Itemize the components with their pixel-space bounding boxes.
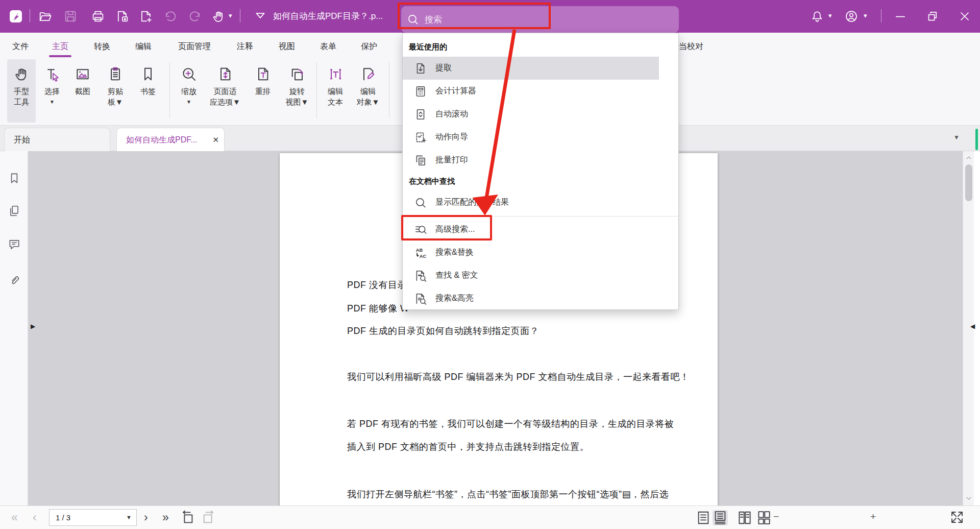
menu-item-label: 批量打印: [435, 155, 468, 165]
active-tab-underline: [49, 55, 71, 57]
menu-item-extract[interactable]: 提取: [403, 57, 659, 80]
minimize-window-icon[interactable]: [893, 9, 908, 23]
continuous-view-icon[interactable]: [713, 510, 728, 525]
tab-view[interactable]: 视图: [279, 39, 295, 54]
scroll-up-icon[interactable]: [965, 154, 973, 162]
search-dropdown-menu: 最近使用的 提取 会计计算器 自动滚动 动作向导: [402, 33, 679, 310]
tab-list-dropdown-icon[interactable]: ▼: [953, 134, 960, 141]
page-fit-options-button[interactable]: 页面适 应选项▼: [207, 59, 243, 123]
next-page-icon[interactable]: ›: [144, 509, 148, 525]
document-text-line: 插入到 PDF 文档的首页中，并支持点击跳转到指定位置。: [347, 441, 589, 453]
foxit-logo-icon[interactable]: [9, 10, 22, 23]
menu-item-action-wizard[interactable]: 动作向导: [403, 126, 678, 149]
redo-icon[interactable]: [188, 9, 202, 23]
comments-panel-icon[interactable]: [8, 238, 21, 251]
tab-home[interactable]: 主页: [52, 39, 68, 54]
expand-left-panel-icon[interactable]: ▶: [31, 323, 35, 330]
notifications-caret-icon[interactable]: ▾: [828, 12, 832, 19]
close-tab-icon[interactable]: ✕: [212, 128, 219, 152]
menu-item-label: 会计计算器: [435, 86, 476, 97]
collapse-right-panel-icon[interactable]: ◀: [970, 323, 975, 330]
pages-panel-icon[interactable]: [8, 204, 21, 218]
bookmark-button[interactable]: 书签: [134, 59, 162, 123]
facing-continuous-view-icon[interactable]: [756, 510, 772, 525]
tool-caret: ▼: [186, 97, 191, 107]
tool-label: 板▼: [108, 97, 123, 107]
restore-window-icon[interactable]: [925, 9, 939, 23]
select-tool-button[interactable]: 选择 ▼: [39, 59, 65, 123]
new-document-icon[interactable]: [139, 9, 153, 23]
single-page-view-icon[interactable]: [696, 510, 711, 525]
zoom-tool-button[interactable]: 缩放 ▼: [175, 59, 203, 123]
menu-item-auto-scroll[interactable]: 自动滚动: [403, 103, 678, 126]
hand-tool-icon: [13, 62, 30, 86]
menu-item-batch-print[interactable]: 批量打印: [403, 149, 678, 172]
tab-file[interactable]: 文件: [12, 39, 29, 54]
bookmarks-panel-icon[interactable]: [8, 172, 21, 185]
account-icon[interactable]: [844, 9, 859, 23]
edit-object-button[interactable]: 编辑 对象▼: [352, 59, 384, 123]
tab-active-document[interactable]: 如何自动生成PDF... ✕: [116, 128, 225, 151]
menu-item-find-redact[interactable]: 查找 & 密文: [403, 264, 678, 287]
undo-icon[interactable]: [163, 9, 178, 23]
next-view-icon[interactable]: [201, 510, 216, 525]
tool-label: 对象▼: [357, 97, 380, 107]
scroll-down-icon[interactable]: [965, 494, 973, 502]
annotation-box-advanced-search: [401, 215, 492, 241]
tab-start-page[interactable]: 开始: [4, 128, 110, 151]
menu-item-search-replace[interactable]: ABAC 搜索&替换: [403, 241, 678, 264]
reflow-button[interactable]: 重排: [247, 59, 279, 123]
first-page-icon[interactable]: «: [11, 509, 18, 525]
zoom-in-icon[interactable]: +: [870, 511, 876, 522]
facing-view-icon[interactable]: [737, 510, 752, 525]
notifications-bell-icon[interactable]: [810, 9, 824, 23]
tab-edit[interactable]: 编辑: [135, 39, 152, 54]
document-text-line: PDF 没有目录: [347, 279, 407, 291]
scrollbar-thumb[interactable]: [965, 164, 972, 201]
tab-convert[interactable]: 转换: [94, 39, 110, 54]
ribbon-separator: [169, 62, 170, 118]
menu-item-label: 提取: [435, 63, 452, 74]
filter-funnel-icon[interactable]: [253, 9, 267, 23]
zoom-plus-icon: [181, 62, 197, 86]
zoom-out-icon[interactable]: −: [773, 511, 779, 522]
tab-form[interactable]: 表单: [320, 39, 336, 54]
export-document-icon[interactable]: [115, 9, 130, 23]
menu-item-accounting-calculator[interactable]: 会计计算器: [403, 80, 678, 103]
menu-item-search-highlight[interactable]: 搜索&高亮: [403, 287, 678, 310]
tab-comment[interactable]: 注释: [237, 39, 253, 54]
page-number-input[interactable]: 1 / 3 ▼: [49, 509, 137, 526]
tool-label: 手型: [14, 86, 29, 97]
tool-label: 书签: [140, 86, 156, 97]
clipboard-icon: [107, 62, 124, 86]
hand-mode-icon[interactable]: [211, 9, 226, 23]
hand-tool-button[interactable]: 手型 工具: [7, 59, 36, 123]
save-icon[interactable]: [63, 9, 78, 23]
tool-label: 视图▼: [286, 97, 309, 107]
edit-text-button[interactable]: 编辑 文本: [321, 59, 350, 123]
account-caret-icon[interactable]: ▾: [864, 12, 867, 19]
tool-label: 选择: [44, 86, 60, 97]
hand-mode-caret-icon[interactable]: ▾: [229, 12, 232, 19]
rotate-view-button[interactable]: 旋转 视图▼: [281, 59, 313, 123]
clipboard-button[interactable]: 剪贴 板▼: [100, 59, 131, 123]
attachments-panel-icon[interactable]: [8, 274, 21, 287]
extract-icon: [414, 62, 427, 75]
document-text-line: PDF 能够像 W: [347, 302, 409, 315]
snapshot-button[interactable]: 截图: [68, 59, 97, 123]
tab-protect[interactable]: 保护: [361, 39, 377, 54]
previous-page-icon[interactable]: ‹: [33, 509, 37, 525]
tab-page-manage[interactable]: 页面管理: [178, 39, 211, 54]
tool-label: 工具: [14, 97, 29, 107]
tool-label: 重排: [255, 86, 271, 97]
close-window-icon[interactable]: [958, 9, 972, 23]
fullscreen-expand-icon[interactable]: [949, 510, 965, 525]
open-file-icon[interactable]: [38, 9, 52, 23]
tab-proofread-partial[interactable]: 当校对: [679, 39, 703, 54]
document-text-line: PDF 生成的目录页如何自动跳转到指定页面？: [347, 325, 539, 337]
previous-view-icon[interactable]: [180, 510, 195, 525]
page-dropdown-icon[interactable]: ▼: [126, 510, 132, 525]
print-icon[interactable]: [91, 9, 105, 23]
menu-item-show-matching-results[interactable]: 显示匹配的文本结果: [403, 191, 678, 214]
last-page-icon[interactable]: »: [162, 509, 169, 525]
